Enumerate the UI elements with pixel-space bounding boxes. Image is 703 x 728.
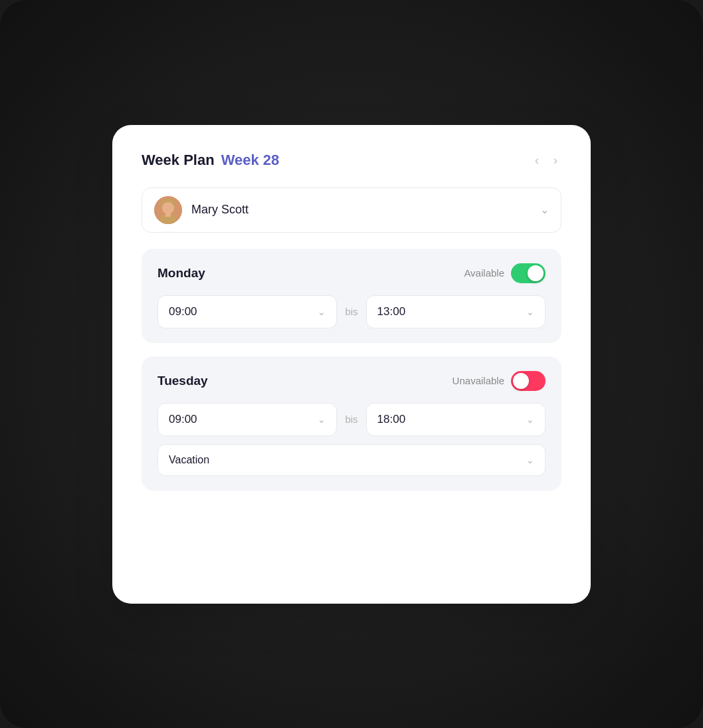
tuesday-end-time-select[interactable]: 18:00 ⌄ bbox=[366, 403, 546, 436]
monday-availability-group: Available bbox=[464, 263, 546, 283]
monday-availability-label: Available bbox=[464, 267, 504, 279]
monday-time-row: 09:00 ⌄ bis 13:00 ⌄ bbox=[157, 295, 546, 328]
avatar bbox=[154, 196, 182, 224]
background: Week Plan Week 28 ‹ › bbox=[0, 0, 703, 728]
tuesday-vacation-value: Vacation bbox=[169, 454, 209, 466]
monday-end-chevron-icon: ⌄ bbox=[526, 306, 534, 317]
tuesday-toggle[interactable] bbox=[511, 371, 546, 391]
monday-header: Monday Available bbox=[157, 263, 546, 283]
person-info: Mary Scott bbox=[154, 196, 249, 224]
monday-end-time-value: 13:00 bbox=[377, 305, 406, 318]
monday-start-time-value: 09:00 bbox=[169, 305, 197, 318]
svg-rect-5 bbox=[165, 213, 171, 217]
tuesday-toggle-knob bbox=[513, 373, 529, 389]
tuesday-section: Tuesday Unavailable 09:00 ⌄ bis 18:00 ⌄ bbox=[142, 356, 561, 491]
monday-toggle-knob bbox=[528, 265, 544, 281]
monday-bis-label: bis bbox=[345, 306, 357, 317]
monday-start-chevron-icon: ⌄ bbox=[318, 306, 326, 317]
main-card: Week Plan Week 28 ‹ › bbox=[112, 125, 591, 604]
tuesday-availability-label: Unavailable bbox=[452, 375, 504, 386]
title-group: Week Plan Week 28 bbox=[142, 152, 279, 169]
tuesday-start-time-value: 09:00 bbox=[169, 413, 197, 426]
monday-label: Monday bbox=[157, 266, 205, 281]
person-selector-chevron-icon: ⌄ bbox=[540, 203, 549, 216]
person-selector[interactable]: Mary Scott ⌄ bbox=[142, 187, 561, 233]
tuesday-start-chevron-icon: ⌄ bbox=[318, 414, 326, 425]
page-title: Week Plan bbox=[142, 152, 215, 169]
tuesday-label: Tuesday bbox=[157, 374, 208, 388]
header: Week Plan Week 28 ‹ › bbox=[142, 152, 561, 169]
week-label: Week 28 bbox=[221, 152, 280, 169]
tuesday-start-time-select[interactable]: 09:00 ⌄ bbox=[157, 403, 337, 436]
tuesday-availability-group: Unavailable bbox=[452, 371, 546, 391]
person-name: Mary Scott bbox=[191, 203, 249, 217]
tuesday-header: Tuesday Unavailable bbox=[157, 371, 546, 391]
monday-toggle[interactable] bbox=[511, 263, 546, 283]
tuesday-vacation-select[interactable]: Vacation ⌄ bbox=[157, 444, 546, 476]
monday-section: Monday Available 09:00 ⌄ bis 13:00 ⌄ bbox=[142, 249, 561, 343]
svg-point-3 bbox=[162, 202, 174, 214]
tuesday-vacation-chevron-icon: ⌄ bbox=[526, 455, 534, 465]
next-week-button[interactable]: › bbox=[550, 152, 561, 169]
monday-start-time-select[interactable]: 09:00 ⌄ bbox=[157, 295, 337, 328]
tuesday-end-time-value: 18:00 bbox=[377, 413, 406, 426]
prev-week-button[interactable]: ‹ bbox=[531, 152, 543, 169]
monday-end-time-select[interactable]: 13:00 ⌄ bbox=[366, 295, 546, 328]
week-navigation: ‹ › bbox=[531, 152, 561, 169]
tuesday-end-chevron-icon: ⌄ bbox=[526, 414, 534, 425]
tuesday-time-row: 09:00 ⌄ bis 18:00 ⌄ bbox=[157, 403, 546, 436]
tuesday-bis-label: bis bbox=[345, 414, 357, 425]
